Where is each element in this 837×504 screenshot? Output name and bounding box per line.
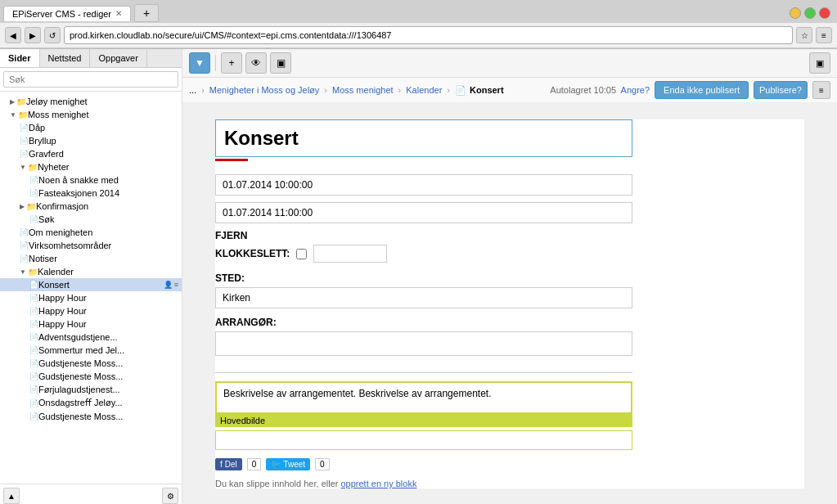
tree-item-kalender[interactable]: ▼ 📁 Kalender — [0, 265, 182, 278]
tree-item-label: Konfirmasjon — [36, 201, 88, 211]
publish-btn[interactable]: Publisere? — [754, 81, 808, 99]
star-btn[interactable]: ☆ — [796, 27, 812, 43]
browser-tab-active[interactable]: EPiServer CMS - rediger ✕ — [3, 6, 131, 21]
drop-hint-text: Du kan slippe innhold her, eller — [215, 479, 340, 488]
page-icon: 📄 — [29, 176, 38, 184]
tree-item-guds2[interactable]: 📄 Gudstjeneste Moss... — [0, 370, 182, 383]
preview-btn[interactable]: 👁 — [245, 52, 267, 74]
sidebar-tab-sider[interactable]: Sider — [0, 49, 40, 67]
sidebar-settings-btn[interactable]: ⚙ — [162, 488, 178, 504]
breadcrumb-sep: › — [201, 85, 205, 95]
app-container: Sider Nettsted Oppgaver ▶ 📁 Jeløy menigh… — [0, 49, 837, 504]
tree-item-virks[interactable]: 📄 Virksomhetsområder — [0, 239, 182, 252]
tree-item-label: Om menigheten — [29, 227, 92, 237]
url-bar[interactable] — [64, 26, 793, 44]
content-area: 01.07.2014 10:00:00 01.07.2014 11:00:00 … — [182, 103, 837, 504]
folder-icon: 📁 — [16, 97, 26, 106]
create-block-link[interactable]: opprett en ny blokk — [340, 479, 416, 488]
title-underline — [215, 159, 248, 161]
tree-item-label: Konsert — [38, 280, 70, 290]
view-dropdown-btn[interactable]: ▼ — [189, 52, 210, 74]
browser-chrome: EPiServer CMS - rediger ✕ + ◀ ▶ ↺ ☆ ≡ — [0, 0, 837, 49]
klokkeslett-input[interactable] — [313, 245, 387, 263]
breadcrumb-menigheter[interactable]: Menigheter i Moss og Jeløy — [209, 85, 320, 95]
tree-item-guds1[interactable]: 📄 Gudstjeneste Moss... — [0, 357, 182, 370]
tree-item-moss[interactable]: ▼ 📁 Moss menighet — [0, 108, 182, 121]
back-btn[interactable]: ◀ — [5, 27, 21, 43]
tree-item-noen[interactable]: 📄 Noen å snakke med — [0, 173, 182, 187]
tree-item-label: Virksomhetsområder — [29, 241, 111, 250]
search-input[interactable] — [3, 71, 178, 88]
tree-item-happyhour1[interactable]: 📄 Happy Hour — [0, 291, 182, 304]
tree-item-label: Happy Hour — [38, 319, 87, 329]
tree-item-gravferd[interactable]: 📄 Gravferd — [0, 147, 182, 160]
tree-item-label: Fasteaksjonen 2014 — [38, 188, 119, 198]
page-icon: 📄 — [29, 346, 38, 354]
expand-icon: ▼ — [20, 268, 26, 276]
klokkeslett-checkbox[interactable] — [296, 249, 307, 259]
page-icon: 📄 — [29, 215, 38, 223]
tree-item-onsdagtref[interactable]: 📄 Onsdagstreﬀ Jeløy... — [0, 396, 182, 410]
sidebar-tabs: Sider Nettsted Oppgaver — [0, 49, 182, 68]
user-icon: 👤 — [164, 281, 173, 289]
tree-item-guds3[interactable]: 📄 Gudstjeneste Moss... — [0, 410, 182, 423]
page-icon: 📄 — [29, 399, 38, 407]
tree-item-notiser[interactable]: 📄 Notiser — [0, 252, 182, 265]
tree-item-konfirmasjon[interactable]: ▶ 📁 Konfirmasjon — [0, 200, 182, 213]
minimize-btn[interactable] — [790, 7, 801, 19]
fb-count: 0 — [247, 458, 262, 470]
tweet-btn[interactable]: 🐦 Tweet — [266, 458, 310, 470]
tree-item-advent[interactable]: 📄 Adventsgudstjene... — [0, 331, 182, 344]
sidebar-scroll-up-btn[interactable]: ▲ — [3, 488, 20, 504]
panel-toggle-btn[interactable]: ▣ — [809, 52, 830, 74]
tree-item-sommertur[interactable]: 📄 Sommertur med Jel... — [0, 344, 182, 357]
fb-share-btn[interactable]: f Del — [215, 458, 242, 470]
end-date-field[interactable]: 01.07.2014 11:00:00 — [215, 202, 632, 223]
new-tab-btn[interactable]: + — [134, 4, 159, 22]
tree-item-fasteaksjonen[interactable]: 📄 Fasteaksjonen 2014 — [0, 187, 182, 200]
expand-icon: ▼ — [10, 111, 16, 119]
undo-link[interactable]: Angre? — [621, 85, 650, 95]
not-published-btn[interactable]: Enda ikke publisert — [655, 81, 749, 99]
tree-item-nyheter[interactable]: ▼ 📁 Nyheter — [0, 160, 182, 173]
description-area[interactable]: Beskrivelse av arrangementet. Beskrivels… — [215, 381, 632, 414]
menu-btn[interactable]: ≡ — [816, 27, 832, 43]
sidebar-tab-nettsted[interactable]: Nettsted — [40, 49, 91, 67]
image-area[interactable] — [215, 430, 632, 450]
menu-icon[interactable]: ≡ — [174, 281, 178, 289]
tree-item-happyhour3[interactable]: 📄 Happy Hour — [0, 317, 182, 331]
tree-item-label: Moss menighet — [28, 110, 89, 119]
sted-field[interactable] — [215, 287, 632, 308]
arrangr-field[interactable] — [215, 331, 632, 356]
tree-item-happyhour2[interactable]: 📄 Happy Hour — [0, 304, 182, 317]
refresh-btn[interactable]: ↺ — [44, 27, 61, 43]
publish-group: Publisere? — [754, 81, 808, 99]
tree-item-label: Nyheter — [38, 162, 70, 172]
breadcrumb-sep: › — [447, 85, 450, 95]
breadcrumb-kalender[interactable]: Kalender — [406, 85, 442, 95]
add-content-btn[interactable]: + — [221, 52, 242, 74]
forward-btn[interactable]: ▶ — [25, 27, 41, 43]
media-btn[interactable]: ▣ — [270, 52, 291, 74]
close-btn[interactable] — [819, 7, 830, 19]
tree-item-daap[interactable]: 📄 Dåp — [0, 121, 182, 134]
tree-item-forjula[interactable]: 📄 Førjulagudstjenest... — [0, 383, 182, 396]
maximize-btn[interactable] — [804, 7, 816, 19]
page-icon: 📄 — [20, 124, 29, 132]
breadcrumb-moss[interactable]: Moss menighet — [332, 85, 394, 95]
tree-item-bryllup[interactable]: 📄 Bryllup — [0, 134, 182, 147]
start-date-field[interactable]: 01.07.2014 10:00:00 — [215, 174, 632, 196]
tree-item-actions: 👤 ≡ — [164, 281, 178, 289]
tree-item-konsert[interactable]: 📄 Konsert 👤 ≡ — [0, 278, 182, 291]
tree-item-om[interactable]: 📄 Om menigheten — [0, 226, 182, 239]
folder-icon: 📁 — [28, 268, 38, 277]
autosaved-text: Autolagret 10:05 — [550, 85, 616, 95]
tree-item-jeloy[interactable]: ▶ 📁 Jeløy menighet — [0, 95, 182, 108]
list-view-btn[interactable]: ≡ — [812, 81, 830, 99]
tab-close-icon[interactable]: ✕ — [115, 9, 122, 18]
title-field[interactable] — [215, 119, 632, 157]
page-icon: 📄 — [29, 385, 38, 394]
folder-icon: 📁 — [26, 202, 36, 211]
tree-item-sok[interactable]: 📄 Søk — [0, 213, 182, 226]
sidebar-tab-oppgaver[interactable]: Oppgaver — [90, 49, 146, 67]
